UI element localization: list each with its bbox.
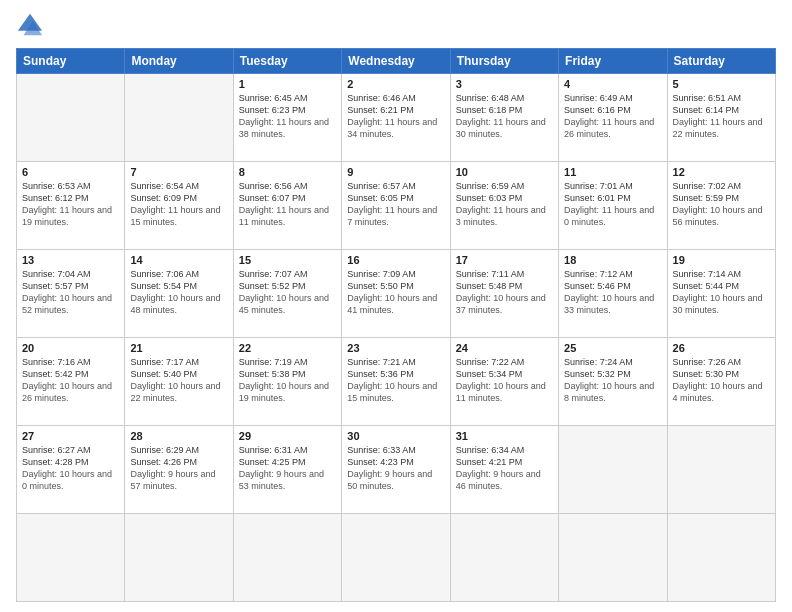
daylight-hours: Daylight: 11 hours and 3 minutes. <box>456 205 553 228</box>
calendar-cell: 8Sunrise: 6:56 AM Sunset: 6:07 PMDayligh… <box>233 162 341 250</box>
daylight-hours: Daylight: 10 hours and 56 minutes. <box>673 205 770 228</box>
weekday-header-wednesday: Wednesday <box>342 49 450 74</box>
day-number: 8 <box>239 166 336 178</box>
daylight-hours: Daylight: 10 hours and 37 minutes. <box>456 293 553 316</box>
daylight-hours: Daylight: 10 hours and 8 minutes. <box>564 381 661 404</box>
weekday-header-friday: Friday <box>559 49 667 74</box>
calendar-cell <box>559 426 667 514</box>
calendar-cell <box>17 74 125 162</box>
daylight-hours: Daylight: 11 hours and 34 minutes. <box>347 117 444 140</box>
day-info: Sunrise: 7:26 AM Sunset: 5:30 PM <box>673 356 770 380</box>
calendar-cell: 14Sunrise: 7:06 AM Sunset: 5:54 PMDaylig… <box>125 250 233 338</box>
daylight-hours: Daylight: 10 hours and 15 minutes. <box>347 381 444 404</box>
day-number: 19 <box>673 254 770 266</box>
calendar-cell: 29Sunrise: 6:31 AM Sunset: 4:25 PMDaylig… <box>233 426 341 514</box>
daylight-hours: Daylight: 11 hours and 7 minutes. <box>347 205 444 228</box>
day-info: Sunrise: 6:27 AM Sunset: 4:28 PM <box>22 444 119 468</box>
day-info: Sunrise: 7:17 AM Sunset: 5:40 PM <box>130 356 227 380</box>
day-number: 31 <box>456 430 553 442</box>
daylight-hours: Daylight: 9 hours and 46 minutes. <box>456 469 553 492</box>
day-number: 16 <box>347 254 444 266</box>
daylight-hours: Daylight: 10 hours and 4 minutes. <box>673 381 770 404</box>
day-number: 17 <box>456 254 553 266</box>
calendar: SundayMondayTuesdayWednesdayThursdayFrid… <box>16 48 776 602</box>
daylight-hours: Daylight: 11 hours and 11 minutes. <box>239 205 336 228</box>
daylight-hours: Daylight: 11 hours and 22 minutes. <box>673 117 770 140</box>
calendar-cell: 13Sunrise: 7:04 AM Sunset: 5:57 PMDaylig… <box>17 250 125 338</box>
day-info: Sunrise: 6:53 AM Sunset: 6:12 PM <box>22 180 119 204</box>
day-number: 30 <box>347 430 444 442</box>
calendar-cell: 25Sunrise: 7:24 AM Sunset: 5:32 PMDaylig… <box>559 338 667 426</box>
day-number: 20 <box>22 342 119 354</box>
daylight-hours: Daylight: 10 hours and 41 minutes. <box>347 293 444 316</box>
daylight-hours: Daylight: 10 hours and 45 minutes. <box>239 293 336 316</box>
calendar-cell: 11Sunrise: 7:01 AM Sunset: 6:01 PMDaylig… <box>559 162 667 250</box>
day-number: 28 <box>130 430 227 442</box>
day-info: Sunrise: 6:33 AM Sunset: 4:23 PM <box>347 444 444 468</box>
day-info: Sunrise: 7:24 AM Sunset: 5:32 PM <box>564 356 661 380</box>
daylight-hours: Daylight: 10 hours and 52 minutes. <box>22 293 119 316</box>
daylight-hours: Daylight: 10 hours and 30 minutes. <box>673 293 770 316</box>
day-info: Sunrise: 6:34 AM Sunset: 4:21 PM <box>456 444 553 468</box>
day-info: Sunrise: 7:11 AM Sunset: 5:48 PM <box>456 268 553 292</box>
calendar-cell: 17Sunrise: 7:11 AM Sunset: 5:48 PMDaylig… <box>450 250 558 338</box>
day-info: Sunrise: 7:22 AM Sunset: 5:34 PM <box>456 356 553 380</box>
day-number: 1 <box>239 78 336 90</box>
header <box>16 12 776 40</box>
daylight-hours: Daylight: 9 hours and 50 minutes. <box>347 469 444 492</box>
day-number: 23 <box>347 342 444 354</box>
weekday-header-sunday: Sunday <box>17 49 125 74</box>
calendar-cell: 6Sunrise: 6:53 AM Sunset: 6:12 PMDayligh… <box>17 162 125 250</box>
daylight-hours: Daylight: 10 hours and 19 minutes. <box>239 381 336 404</box>
calendar-cell: 16Sunrise: 7:09 AM Sunset: 5:50 PMDaylig… <box>342 250 450 338</box>
page: SundayMondayTuesdayWednesdayThursdayFrid… <box>0 0 792 612</box>
weekday-header-tuesday: Tuesday <box>233 49 341 74</box>
calendar-cell <box>125 514 233 602</box>
calendar-cell: 2Sunrise: 6:46 AM Sunset: 6:21 PMDayligh… <box>342 74 450 162</box>
day-info: Sunrise: 7:16 AM Sunset: 5:42 PM <box>22 356 119 380</box>
calendar-cell: 23Sunrise: 7:21 AM Sunset: 5:36 PMDaylig… <box>342 338 450 426</box>
calendar-row-3: 20Sunrise: 7:16 AM Sunset: 5:42 PMDaylig… <box>17 338 776 426</box>
calendar-cell: 21Sunrise: 7:17 AM Sunset: 5:40 PMDaylig… <box>125 338 233 426</box>
day-number: 3 <box>456 78 553 90</box>
calendar-cell: 10Sunrise: 6:59 AM Sunset: 6:03 PMDaylig… <box>450 162 558 250</box>
day-info: Sunrise: 7:19 AM Sunset: 5:38 PM <box>239 356 336 380</box>
day-info: Sunrise: 6:31 AM Sunset: 4:25 PM <box>239 444 336 468</box>
calendar-cell: 1Sunrise: 6:45 AM Sunset: 6:23 PMDayligh… <box>233 74 341 162</box>
daylight-hours: Daylight: 10 hours and 33 minutes. <box>564 293 661 316</box>
daylight-hours: Daylight: 11 hours and 15 minutes. <box>130 205 227 228</box>
daylight-hours: Daylight: 11 hours and 0 minutes. <box>564 205 661 228</box>
calendar-row-0: 1Sunrise: 6:45 AM Sunset: 6:23 PMDayligh… <box>17 74 776 162</box>
day-number: 26 <box>673 342 770 354</box>
calendar-cell: 24Sunrise: 7:22 AM Sunset: 5:34 PMDaylig… <box>450 338 558 426</box>
calendar-cell: 15Sunrise: 7:07 AM Sunset: 5:52 PMDaylig… <box>233 250 341 338</box>
day-info: Sunrise: 7:01 AM Sunset: 6:01 PM <box>564 180 661 204</box>
calendar-cell <box>233 514 341 602</box>
calendar-cell: 5Sunrise: 6:51 AM Sunset: 6:14 PMDayligh… <box>667 74 775 162</box>
day-number: 11 <box>564 166 661 178</box>
daylight-hours: Daylight: 9 hours and 53 minutes. <box>239 469 336 492</box>
calendar-cell: 7Sunrise: 6:54 AM Sunset: 6:09 PMDayligh… <box>125 162 233 250</box>
calendar-cell: 22Sunrise: 7:19 AM Sunset: 5:38 PMDaylig… <box>233 338 341 426</box>
day-number: 12 <box>673 166 770 178</box>
day-number: 15 <box>239 254 336 266</box>
day-info: Sunrise: 7:02 AM Sunset: 5:59 PM <box>673 180 770 204</box>
daylight-hours: Daylight: 10 hours and 26 minutes. <box>22 381 119 404</box>
day-number: 18 <box>564 254 661 266</box>
calendar-cell <box>559 514 667 602</box>
calendar-cell: 30Sunrise: 6:33 AM Sunset: 4:23 PMDaylig… <box>342 426 450 514</box>
daylight-hours: Daylight: 10 hours and 22 minutes. <box>130 381 227 404</box>
day-number: 7 <box>130 166 227 178</box>
day-info: Sunrise: 7:09 AM Sunset: 5:50 PM <box>347 268 444 292</box>
day-number: 5 <box>673 78 770 90</box>
day-number: 29 <box>239 430 336 442</box>
calendar-row-4: 27Sunrise: 6:27 AM Sunset: 4:28 PMDaylig… <box>17 426 776 514</box>
calendar-cell: 27Sunrise: 6:27 AM Sunset: 4:28 PMDaylig… <box>17 426 125 514</box>
calendar-cell: 26Sunrise: 7:26 AM Sunset: 5:30 PMDaylig… <box>667 338 775 426</box>
day-info: Sunrise: 6:56 AM Sunset: 6:07 PM <box>239 180 336 204</box>
day-info: Sunrise: 7:04 AM Sunset: 5:57 PM <box>22 268 119 292</box>
weekday-header-thursday: Thursday <box>450 49 558 74</box>
day-number: 21 <box>130 342 227 354</box>
calendar-cell: 19Sunrise: 7:14 AM Sunset: 5:44 PMDaylig… <box>667 250 775 338</box>
day-number: 13 <box>22 254 119 266</box>
